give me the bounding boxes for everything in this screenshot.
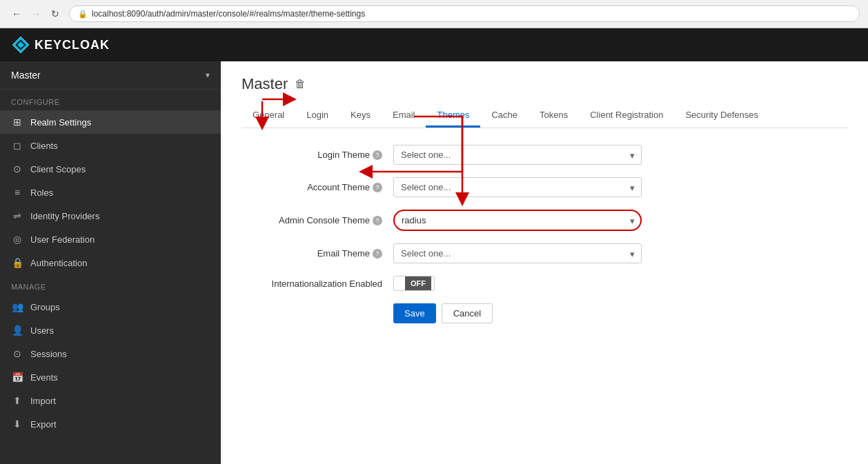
export-icon: ⬇ (11, 418, 23, 430)
tab-keys[interactable]: Keys (339, 104, 382, 128)
page-header: Master 🗑 (241, 75, 847, 93)
events-icon: 📅 (11, 372, 23, 383)
sidebar-item-label: Roles (30, 188, 53, 198)
email-theme-control: Select one... (393, 243, 724, 263)
identity-providers-icon: ⇌ (11, 210, 23, 221)
login-theme-control: Select one... (393, 145, 724, 165)
admin-console-theme-select[interactable]: radius (393, 210, 642, 231)
email-theme-row: Email Theme ? Select one... (241, 243, 724, 263)
page-title: Master (241, 75, 288, 93)
import-icon: ⬆ (11, 395, 23, 406)
internationalization-toggle[interactable]: OFF (393, 276, 435, 291)
forward-button[interactable]: → (28, 6, 44, 22)
authentication-icon: 🔒 (11, 257, 23, 268)
tab-general[interactable]: General (241, 104, 295, 128)
sidebar-item-label: Import (30, 396, 56, 406)
account-theme-help[interactable]: ? (373, 183, 382, 192)
realm-selector[interactable]: Master ▾ (0, 61, 221, 90)
sidebar-item-realm-settings[interactable]: ⊞ Realm Settings (0, 110, 221, 134)
sidebar-item-identity-providers[interactable]: ⇌ Identity Providers (0, 204, 221, 228)
manage-section-label: Manage (0, 274, 221, 295)
account-theme-select-wrapper: Select one... (393, 177, 642, 197)
content-area: Master ▾ Configure ⊞ Realm Settings ◻ Cl… (0, 61, 868, 464)
top-nav: KEYCLOAK (0, 28, 868, 61)
client-scopes-icon: ⊙ (11, 163, 23, 174)
sidebar-item-import[interactable]: ⬆ Import (0, 389, 221, 412)
clients-icon: ◻ (11, 140, 23, 151)
realm-dropdown-arrow: ▾ (206, 70, 210, 80)
sidebar-item-label: Export (30, 419, 57, 430)
internationalization-row: Internationalization Enabled OFF (241, 276, 724, 291)
sidebar-item-label: Users (30, 325, 54, 336)
login-theme-label: Login Theme ? (241, 150, 393, 160)
address-bar[interactable]: 🔒 localhost:8090/auth/admin/master/conso… (69, 6, 860, 22)
sidebar-item-sessions[interactable]: ⊙ Sessions (0, 342, 221, 365)
sidebar-item-label: Authentication (30, 258, 87, 268)
login-theme-select[interactable]: Select one... (393, 145, 642, 165)
email-theme-select-wrapper: Select one... (393, 243, 642, 263)
admin-console-theme-label: Admin Console Theme ? (241, 215, 393, 225)
delete-realm-button[interactable]: 🗑 (295, 78, 306, 90)
sidebar-item-client-scopes[interactable]: ⊙ Client Scopes (0, 157, 221, 181)
tab-cache[interactable]: Cache (480, 104, 529, 128)
sidebar-item-label: Identity Providers (30, 211, 99, 221)
keycloak-logo: KEYCLOAK (11, 35, 110, 54)
groups-icon: 👥 (11, 301, 23, 312)
themes-form: Login Theme ? Select one... Acco (241, 145, 724, 323)
sidebar-item-export[interactable]: ⬇ Export (0, 412, 221, 436)
account-theme-control: Select one... (393, 177, 724, 197)
roles-icon: ≡ (11, 187, 23, 198)
email-theme-select[interactable]: Select one... (393, 243, 642, 263)
internationalization-label: Internationalization Enabled (241, 279, 393, 289)
realm-name: Master (11, 70, 41, 81)
sidebar-item-roles[interactable]: ≡ Roles (0, 181, 221, 204)
users-icon: 👤 (11, 325, 23, 336)
login-theme-help[interactable]: ? (373, 150, 382, 160)
sidebar-item-label: Clients (30, 141, 58, 151)
app-wrapper: KEYCLOAK Master ▾ Configure ⊞ Realm Sett… (0, 28, 868, 464)
internationalization-control: OFF (393, 276, 724, 291)
sidebar-item-authentication[interactable]: 🔒 Authentication (0, 251, 221, 274)
sidebar-item-label: Groups (30, 302, 60, 312)
login-theme-row: Login Theme ? Select one... (241, 145, 724, 165)
account-theme-select[interactable]: Select one... (393, 177, 642, 197)
email-theme-help[interactable]: ? (373, 249, 382, 259)
logo-text: KEYCLOAK (34, 38, 110, 52)
nav-buttons: ← → ↻ (8, 6, 63, 22)
sidebar-item-label: Events (30, 372, 58, 383)
sidebar-item-label: Realm Settings (30, 117, 91, 128)
sidebar-item-events[interactable]: 📅 Events (0, 365, 221, 389)
sidebar-item-users[interactable]: 👤 Users (0, 319, 221, 342)
browser-chrome: ← → ↻ 🔒 localhost:8090/auth/admin/master… (0, 0, 868, 28)
back-button[interactable]: ← (8, 6, 25, 22)
keycloak-logo-icon (11, 35, 30, 54)
tab-login[interactable]: Login (295, 104, 339, 128)
tab-themes[interactable]: Themes (426, 104, 480, 128)
sidebar-item-groups[interactable]: 👥 Groups (0, 295, 221, 319)
main-content: Master 🗑 General Login Keys Email Themes… (221, 61, 868, 464)
tab-security-defenses[interactable]: Security Defenses (674, 104, 769, 128)
sidebar-item-clients[interactable]: ◻ Clients (0, 134, 221, 157)
realm-settings-icon: ⊞ (11, 117, 23, 128)
save-button[interactable]: Save (393, 303, 436, 323)
tab-tokens[interactable]: Tokens (529, 104, 579, 128)
admin-console-theme-select-wrapper: radius (393, 210, 642, 231)
toggle-on-state (394, 281, 405, 286)
sessions-icon: ⊙ (11, 348, 23, 359)
account-theme-label: Account Theme ? (241, 182, 393, 192)
cancel-button[interactable]: Cancel (442, 303, 493, 323)
reload-button[interactable]: ↻ (47, 6, 63, 22)
tab-email[interactable]: Email (382, 104, 426, 128)
sidebar: Master ▾ Configure ⊞ Realm Settings ◻ Cl… (0, 61, 221, 464)
account-theme-row: Account Theme ? Select one... (241, 177, 724, 197)
tab-client-registration[interactable]: Client Registration (579, 104, 674, 128)
sidebar-item-label: Client Scopes (30, 164, 86, 174)
sidebar-item-label: Sessions (30, 349, 67, 359)
admin-console-theme-help[interactable]: ? (373, 216, 382, 225)
form-actions: Save Cancel (241, 303, 724, 323)
sidebar-item-user-federation[interactable]: ◎ User Federation (0, 228, 221, 251)
email-theme-label: Email Theme ? (241, 248, 393, 259)
configure-section-label: Configure (0, 90, 221, 110)
tabs-bar: General Login Keys Email Themes Cache To… (241, 104, 847, 128)
admin-console-theme-control: radius (393, 210, 724, 231)
